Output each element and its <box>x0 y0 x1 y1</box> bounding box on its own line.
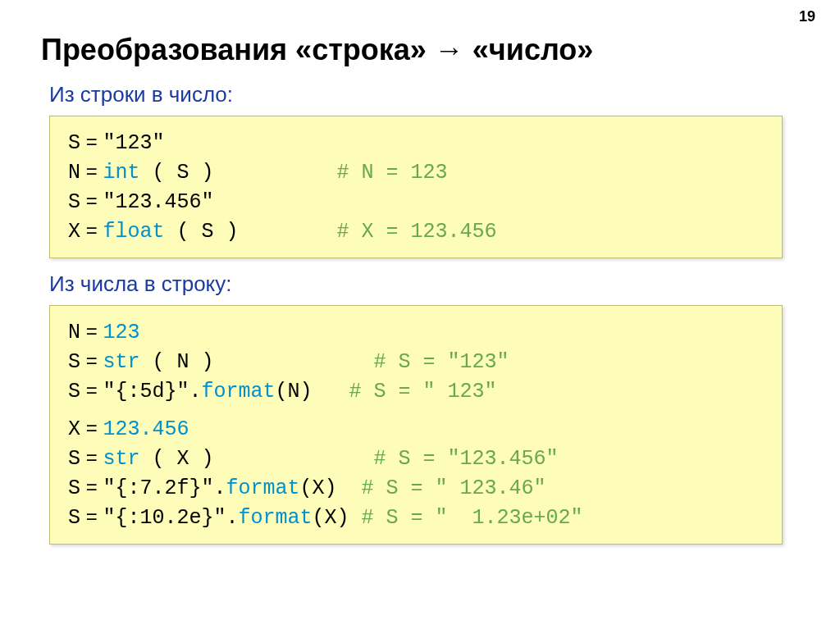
string-literal: "123.456" <box>103 190 213 214</box>
keyword: str <box>103 350 139 374</box>
comment: # N = 123 <box>336 161 447 185</box>
code-line: X = 123.456 <box>68 414 764 444</box>
keyword: float <box>103 220 164 244</box>
keyword: format <box>226 476 299 500</box>
string-literal: "123" <box>103 131 164 155</box>
slide-content: Преобразования «строка» → «число» Из стр… <box>0 0 840 574</box>
keyword: format <box>201 380 275 403</box>
comment: # S = "123" <box>373 350 509 374</box>
var: X <box>68 417 80 441</box>
var: S <box>68 131 80 155</box>
keyword: int <box>103 161 139 185</box>
var: S <box>68 476 80 500</box>
comment: # X = 123.456 <box>336 220 496 244</box>
code-block-str-to-num: S = "123" N = int ( S ) # N = 123 S = "1… <box>49 116 783 258</box>
comment: # S = " 123" <box>349 380 496 403</box>
args: (N) <box>275 380 312 403</box>
page-number: 19 <box>799 8 815 25</box>
code-block-num-to-str: N = 123 S = str ( N ) # S = "123" S = "{… <box>49 305 783 545</box>
args: ( S ) <box>164 220 238 244</box>
title-text-post: «число» <box>464 33 593 66</box>
code-line: S = "123.456" <box>68 187 764 217</box>
keyword: format <box>238 506 312 530</box>
args: ( S ) <box>139 161 213 185</box>
var: S <box>68 506 80 530</box>
args: ( X ) <box>139 447 213 471</box>
number-literal: 123 <box>103 321 139 344</box>
code-line: X = float ( S ) # X = 123.456 <box>68 217 764 246</box>
code-line: N = int ( S ) # N = 123 <box>68 157 764 187</box>
code-line: S = str ( X ) # S = "123.456" <box>68 444 764 473</box>
code-line: S = "123" <box>68 128 764 157</box>
code-line: S = "{:10.2e}".format(X) # S = " 1.23e+0… <box>68 503 764 532</box>
code-line: S = "{:7.2f}".format(X) # S = " 123.46" <box>68 473 764 503</box>
arrow-icon: → <box>435 33 464 66</box>
var: S <box>68 350 80 374</box>
var: N <box>68 321 80 344</box>
comment: # S = " 123.46" <box>361 476 546 500</box>
string-literal: "{:10.2e}" <box>103 506 226 530</box>
string-literal: "{:5d}" <box>103 380 189 403</box>
string-literal: "{:7.2f}" <box>103 476 213 500</box>
subtitle-num-to-str: Из числа в строку: <box>49 271 799 297</box>
code-line: N = 123 <box>68 317 764 347</box>
var: S <box>68 190 80 214</box>
comment: # S = "123.456" <box>373 447 558 471</box>
slide-title: Преобразования «строка» → «число» <box>41 33 799 67</box>
keyword: str <box>103 447 139 471</box>
title-text-pre: Преобразования «строка» <box>41 33 435 66</box>
code-line: S = "{:5d}".format(N) # S = " 123" <box>68 376 764 406</box>
args: (X) <box>299 476 336 500</box>
args: ( N ) <box>139 350 213 374</box>
var: S <box>68 380 80 403</box>
code-line: S = str ( N ) # S = "123" <box>68 347 764 376</box>
var: X <box>68 220 80 244</box>
var: N <box>68 161 80 185</box>
comment: # S = " 1.23e+02" <box>361 506 582 530</box>
var: S <box>68 447 80 471</box>
number-literal: 123.456 <box>103 417 189 441</box>
subtitle-str-to-num: Из строки в число: <box>49 82 799 107</box>
args: (X) <box>312 506 349 530</box>
